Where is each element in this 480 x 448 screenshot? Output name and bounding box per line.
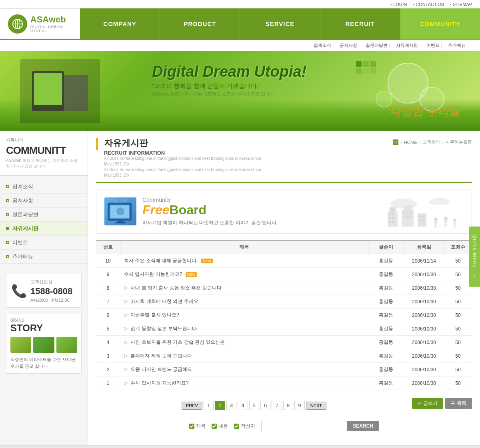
page-5[interactable]: 5 bbox=[249, 401, 259, 410]
title-text[interactable]: 수시 입사지원 가능한가요? bbox=[130, 380, 188, 386]
subnav-item-1[interactable]: 업계소식 bbox=[311, 42, 336, 48]
cell-views: 50 bbox=[444, 322, 472, 336]
home-icon[interactable]: H bbox=[393, 139, 398, 145]
nav-company[interactable]: COMPANY bbox=[80, 8, 160, 40]
banner-bubbles bbox=[368, 59, 448, 131]
brand-desc: 직장인의 에피소드를 다룬 재미난 수기를 공모 합니다 bbox=[10, 356, 77, 369]
page-2[interactable]: 2 bbox=[215, 401, 225, 410]
new-badge: NEW bbox=[201, 259, 213, 263]
nav-product[interactable]: PRODUCT bbox=[160, 8, 240, 40]
checkbox-content-label[interactable]: 내용 bbox=[212, 423, 228, 430]
subnav-item-4[interactable]: 자유게시판 bbox=[394, 42, 423, 48]
title-text[interactable]: 이번주말 출사 있나요? bbox=[130, 312, 179, 318]
prev-button[interactable]: PREV bbox=[182, 402, 202, 410]
search-button[interactable]: SEARCH bbox=[347, 421, 379, 431]
page-title-area: 자유게시판 RECRUIT INFORMATION All Buss Korea… bbox=[96, 137, 264, 178]
menu-dot-3 bbox=[6, 213, 9, 216]
breadcrumb-item-2[interactable]: 고객센터 bbox=[422, 139, 440, 145]
table-row: 8 ▷ 사내 봄 정기 출사 풍은 장소 추천 받습니다 홍길동 2006/10… bbox=[96, 281, 472, 295]
search-input[interactable] bbox=[261, 421, 341, 431]
table-row: 7 ▷ 바지회 계최에 대한 의견 주세요 홍길동 2006/10/30 50 bbox=[96, 295, 472, 309]
svg-line-63 bbox=[446, 225, 447, 227]
community-desc: ASAweb 회원이 하나되는 따뜻하고 소중한 이야기 공간 입니다. bbox=[6, 158, 82, 169]
reply-icon: ▷ bbox=[124, 366, 128, 372]
nav-recruit[interactable]: RECRUIT bbox=[320, 8, 400, 40]
sidebar-item-freeboard[interactable]: 자유게시판 bbox=[0, 222, 88, 236]
board-text: Board bbox=[170, 203, 206, 217]
write-button[interactable]: ✏ 글쓰기 bbox=[412, 398, 443, 409]
svg-rect-51 bbox=[422, 215, 424, 217]
svg-rect-46 bbox=[403, 215, 405, 218]
title-text[interactable]: 사내 봄 정기 출사 풍은 장소 추천 받습니다 bbox=[130, 285, 221, 291]
list-button[interactable]: ☰ 목록 bbox=[445, 398, 472, 409]
title-text[interactable]: 수시 입사지원 가능한가요? bbox=[124, 271, 182, 277]
contact-link[interactable]: CONTACT US bbox=[413, 2, 444, 7]
subnav-item-2[interactable]: 공지사항 bbox=[337, 42, 362, 48]
page-7[interactable]: 7 bbox=[272, 401, 282, 410]
cell-num: 1 bbox=[96, 376, 120, 390]
sidebar-item-label-5: 이벤트 bbox=[12, 239, 28, 246]
banner-title-area: Digital Dream Utopia! "고객의 행복을 함께 만들어 가겠… bbox=[152, 63, 306, 97]
list-label: 목록 bbox=[457, 400, 466, 407]
svg-rect-44 bbox=[406, 211, 409, 214]
title-text[interactable]: 바지회 계최에 대한 의견 주세요 bbox=[130, 299, 198, 304]
list-icon: ☰ bbox=[451, 401, 455, 406]
title-text[interactable]: 사진 초보자를 위한 기초 강습 관심 있으신분 bbox=[130, 339, 225, 345]
brand-label: BRAND bbox=[10, 318, 77, 323]
cell-author: 홍길동 bbox=[368, 376, 404, 390]
cell-num: 2 bbox=[96, 363, 120, 376]
checkbox-author[interactable] bbox=[234, 424, 239, 429]
banner-subtitle: "고객의 행복을 함께 만들어 가겠습니다." bbox=[152, 82, 306, 90]
checkbox-title-label[interactable]: 제목 bbox=[189, 423, 206, 430]
freeboard-deco bbox=[384, 195, 464, 227]
svg-point-22 bbox=[116, 207, 124, 215]
sidebar-item-industry[interactable]: 업계소식 bbox=[0, 180, 88, 194]
page-9[interactable]: 9 bbox=[294, 401, 304, 410]
breadcrumb-sep-3: › bbox=[442, 140, 444, 145]
logo-sub: DIGITAL DREAM UTOPIA bbox=[30, 25, 80, 33]
title-text[interactable]: 요즘 디자인 트렌드 궁금해요 bbox=[130, 366, 192, 372]
next-button[interactable]: NEXT bbox=[306, 402, 326, 410]
title-text[interactable]: 홈페이지 제작 문의 드립니다 bbox=[130, 353, 192, 358]
quick-menu[interactable]: Quick Menu → bbox=[469, 227, 480, 287]
page-3[interactable]: 3 bbox=[226, 401, 236, 410]
action-buttons: ✏ 글쓰기 ☰ 목록 bbox=[412, 398, 472, 409]
subnav-item-5[interactable]: 이벤트 bbox=[424, 42, 444, 48]
title-text[interactable]: 업계 동향및 정보 부탁드립니다. bbox=[130, 326, 198, 331]
content-area: 자유게시판 RECRUIT INFORMATION All Buss Korea… bbox=[88, 131, 480, 445]
sidebar-item-extra[interactable]: 추가메뉴 bbox=[0, 250, 88, 264]
nav-community[interactable]: COMMUNITY bbox=[400, 8, 480, 40]
write-icon: ✏ bbox=[418, 401, 422, 406]
checkbox-content[interactable] bbox=[212, 424, 217, 429]
cell-num: 9 bbox=[96, 268, 120, 281]
menu-dot-6 bbox=[6, 255, 9, 258]
sitemap-link[interactable]: SITEMAP bbox=[450, 2, 472, 7]
banner-image bbox=[20, 59, 100, 123]
sidebar-item-event[interactable]: 이벤트 bbox=[0, 236, 88, 250]
page-6[interactable]: 6 bbox=[260, 401, 270, 410]
sidebar-item-faq[interactable]: 질문과답변 bbox=[0, 208, 88, 222]
login-link[interactable]: LOGIN bbox=[390, 2, 407, 7]
page-1[interactable]: 1 bbox=[204, 401, 214, 410]
nav-service[interactable]: SERVICE bbox=[240, 8, 320, 40]
page-8[interactable]: 8 bbox=[283, 401, 293, 410]
subnav-item-3[interactable]: 질문과답변 bbox=[363, 42, 392, 48]
breadcrumb-item-1[interactable]: HOME bbox=[404, 140, 417, 145]
svg-rect-48 bbox=[410, 215, 412, 218]
breadcrumb-item-3[interactable]: 자주하는질문 bbox=[446, 139, 472, 145]
checkbox-title[interactable] bbox=[189, 424, 194, 429]
page-4[interactable]: 4 bbox=[238, 401, 248, 410]
sidebar-item-notice[interactable]: 공지사항 bbox=[0, 194, 88, 208]
title-text[interactable]: 회사 주요 소식에 대해 궁금합니다. bbox=[124, 258, 198, 263]
svg-rect-50 bbox=[419, 215, 421, 217]
svg-rect-49 bbox=[418, 213, 426, 227]
cell-title: ▷ 이번주말 출사 있나요? bbox=[120, 309, 368, 322]
checkbox-author-label[interactable]: 작성자 bbox=[234, 423, 255, 430]
reply-icon: ▷ bbox=[124, 285, 128, 291]
svg-rect-9 bbox=[64, 75, 88, 111]
svg-rect-39 bbox=[389, 221, 391, 223]
reply-icon: ▷ bbox=[124, 339, 128, 345]
brand-thumb-3 bbox=[56, 337, 77, 353]
subnav-item-6[interactable]: 추가메뉴 bbox=[446, 42, 468, 48]
table-row: 5 ▷ 업계 동향및 정보 부탁드립니다. 홍길동 2006/10/30 50 bbox=[96, 322, 472, 336]
